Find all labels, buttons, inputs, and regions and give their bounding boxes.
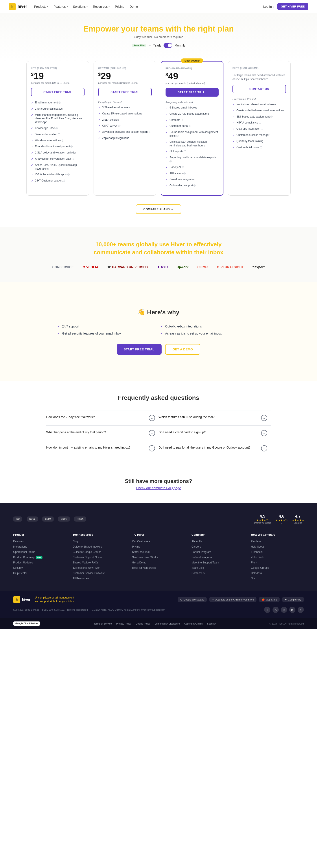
footer-link[interactable]: Help Scout: [251, 545, 264, 548]
footer-link[interactable]: Features: [13, 540, 24, 543]
plan-cta-growth[interactable]: START FREE TRIAL: [98, 88, 152, 96]
nav-resources[interactable]: Resources ▾: [93, 5, 110, 8]
legal-cookie[interactable]: Cookie Policy: [136, 622, 150, 625]
faq-item[interactable]: Do I need a credit card to sign up? ⌄: [158, 425, 271, 441]
footer-link[interactable]: Security: [13, 566, 23, 569]
footer-link[interactable]: Front: [251, 561, 257, 564]
faq-toggle-icon[interactable]: ⌄: [149, 445, 155, 452]
legal-terms[interactable]: Terms of Service: [94, 622, 112, 625]
footer-link[interactable]: Shared Mailbox FAQs: [73, 561, 98, 564]
footer-link[interactable]: Product Updates: [13, 561, 33, 564]
footer-link[interactable]: Contact Us: [191, 571, 205, 575]
info-icon[interactable]: ⓘ: [70, 145, 73, 148]
badge-google-play[interactable]: ▶ Google Play: [282, 597, 304, 602]
info-icon[interactable]: ⓘ: [183, 172, 185, 175]
nav-login[interactable]: Log In ▾: [263, 5, 274, 8]
badge-google-workspace[interactable]: G Google Workspace: [178, 597, 207, 602]
footer-link[interactable]: Zoho Desk: [251, 556, 264, 559]
nav-cta-button[interactable]: GET HIVER FREE: [277, 3, 308, 10]
legal-privacy[interactable]: Privacy Policy: [116, 622, 131, 625]
faq-link[interactable]: Check our complete FAQ page: [136, 486, 181, 490]
footer-link[interactable]: Team Blog: [191, 566, 204, 569]
footer-link[interactable]: Meet the Support Team: [191, 561, 219, 564]
footer-link[interactable]: Freshdesk: [251, 551, 263, 554]
footer-link[interactable]: Jira: [251, 577, 255, 580]
info-icon[interactable]: ⓘ: [270, 116, 273, 118]
compare-plans-button[interactable]: COMPARE PLANS →: [136, 205, 181, 214]
footer-link[interactable]: Careers: [191, 545, 201, 548]
info-icon[interactable]: ⓘ: [189, 125, 191, 127]
footer-link[interactable]: Customer Support Guide: [73, 556, 102, 559]
info-icon[interactable]: ⓘ: [170, 160, 172, 162]
faq-item[interactable]: How does the 7-day free trial work? ⌄: [46, 410, 158, 425]
info-icon[interactable]: ⓘ: [181, 119, 183, 121]
footer-link[interactable]: See How Hiver Works: [132, 556, 158, 559]
plan-cta-elite[interactable]: CONTACT US: [233, 85, 286, 93]
social-youtube[interactable]: ▶: [289, 607, 295, 613]
info-icon[interactable]: ⓘ: [56, 127, 58, 129]
info-icon[interactable]: ⓘ: [176, 135, 179, 137]
footer-link[interactable]: About Us: [191, 540, 202, 543]
faq-toggle-icon[interactable]: ⌄: [261, 415, 267, 421]
nav-solutions[interactable]: Solutions ▾: [73, 5, 88, 8]
footer-link[interactable]: Product Roadmap New: [13, 556, 42, 559]
footer-link[interactable]: Hiver for Non-profits: [132, 566, 155, 569]
faq-toggle-icon[interactable]: ⌄: [149, 430, 155, 436]
badge-chrome-store[interactable]: ⊙ Available on the Chrome Web Store: [209, 597, 256, 602]
footer-link[interactable]: Our Customers: [132, 540, 150, 543]
legal-copyright[interactable]: Copyright Claims: [184, 622, 203, 625]
footer-link[interactable]: Helpdesk: [251, 571, 262, 575]
logo[interactable]: h hiver: [9, 3, 27, 10]
info-icon[interactable]: ⓘ: [149, 131, 151, 133]
info-icon[interactable]: ⓘ: [260, 146, 262, 149]
faq-item[interactable]: Which features can I use during the tria…: [158, 410, 271, 425]
plan-cta-pro[interactable]: START FREE TRIAL: [166, 88, 219, 97]
billing-toggle-switch[interactable]: [164, 43, 172, 48]
badge-app-store[interactable]: 🍎 App Store: [259, 597, 280, 602]
legal-vulnerability[interactable]: Vulnerability Disclosure: [155, 622, 180, 625]
footer-link[interactable]: 13 Reasons Why Hiver: [73, 566, 100, 569]
why-cta-secondary[interactable]: GET A DEMO: [165, 344, 201, 354]
nav-products[interactable]: Products ▾: [34, 5, 48, 8]
info-icon[interactable]: ⓘ: [72, 158, 74, 160]
nav-demo[interactable]: Demo: [130, 5, 138, 8]
info-icon[interactable]: ⓘ: [63, 180, 65, 182]
social-twitter[interactable]: 𝕏: [273, 607, 279, 613]
footer-link[interactable]: Zendesk: [251, 540, 261, 543]
social-other[interactable]: ○: [297, 607, 304, 613]
info-icon[interactable]: ⓘ: [67, 173, 70, 176]
info-icon[interactable]: ⓘ: [59, 101, 61, 104]
footer-link[interactable]: Start Free Trial: [132, 551, 149, 554]
footer-link[interactable]: Get a Demo: [132, 561, 146, 564]
faq-toggle-icon[interactable]: ⌄: [261, 430, 267, 436]
footer-link[interactable]: Blog: [73, 540, 78, 543]
info-icon[interactable]: ⓘ: [184, 150, 186, 153]
nav-features[interactable]: Features ▾: [54, 5, 68, 8]
info-icon[interactable]: ⓘ: [193, 184, 196, 187]
footer-link[interactable]: Partner Program: [191, 551, 211, 554]
footer-link[interactable]: Customer Service Software: [73, 571, 105, 575]
info-icon[interactable]: ⓘ: [58, 133, 60, 135]
footer-link[interactable]: Google Groups: [251, 566, 269, 569]
info-icon[interactable]: ⓘ: [118, 125, 120, 127]
why-cta-primary[interactable]: START FREE TRIAL: [117, 344, 162, 354]
faq-item[interactable]: What happens at the end of my trial peri…: [46, 425, 158, 441]
plan-cta-lite[interactable]: START FREE TRIAL: [31, 88, 84, 96]
info-icon[interactable]: ⓘ: [261, 128, 263, 130]
footer-link[interactable]: Referral Program: [191, 556, 212, 559]
nav-pricing[interactable]: Pricing: [115, 5, 125, 8]
footer-link[interactable]: Help Center: [13, 571, 27, 575]
info-icon[interactable]: ⓘ: [259, 122, 261, 124]
footer-link[interactable]: Guide to Shared Inboxes: [73, 545, 102, 548]
legal-security[interactable]: Security: [207, 622, 216, 625]
footer-link[interactable]: Integrations: [13, 545, 27, 548]
info-icon[interactable]: ⓘ: [62, 140, 64, 142]
faq-item[interactable]: How do I import my existing emails to my…: [46, 441, 158, 456]
info-icon[interactable]: ⓘ: [182, 166, 184, 168]
footer-link[interactable]: Guide to Google Groups: [73, 551, 101, 554]
faq-toggle-icon[interactable]: ⌄: [149, 415, 155, 421]
faq-item[interactable]: Do I need to pay for all the users in my…: [158, 441, 271, 456]
footer-link[interactable]: Pricing: [132, 545, 140, 548]
faq-toggle-icon[interactable]: ⌄: [261, 445, 267, 452]
footer-link[interactable]: All Resources: [73, 577, 89, 580]
